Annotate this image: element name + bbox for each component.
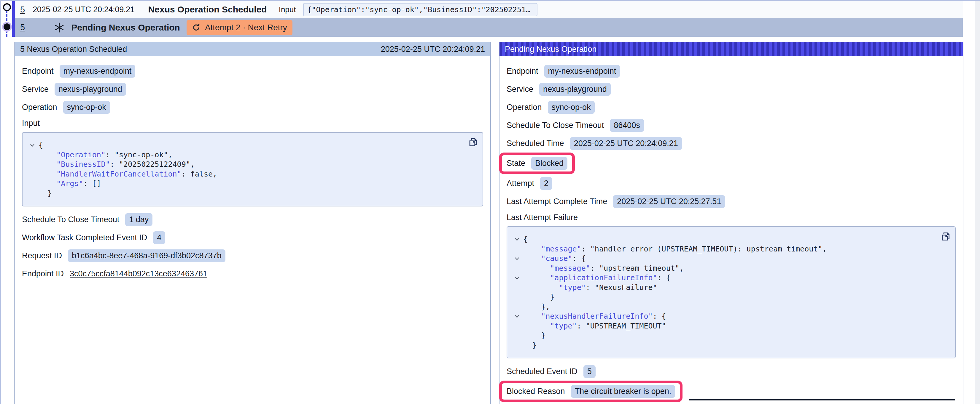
code-line: { — [26, 140, 462, 150]
event-row-scheduled[interactable]: 5 2025-02-25 UTC 20:24:09.21 Nexus Opera… — [14, 1, 963, 18]
event-id-link[interactable]: 5 — [20, 5, 25, 14]
highlight-annotation-state: StateBlocked — [499, 152, 575, 174]
field-label-workflow-task-completed-event-id: Workflow Task Completed Event ID — [22, 233, 147, 242]
event-timestamp: 2025-02-25 UTC 20:24:09.21 — [33, 5, 134, 14]
event-detail-header: 5 Nexus Operation Scheduled 2025-02-25 U… — [15, 42, 490, 56]
code-gutter — [511, 292, 523, 302]
field-value-state: Blocked — [531, 157, 567, 170]
code-gutter — [26, 170, 38, 179]
code-gutter — [26, 160, 38, 170]
field-value-last-attempt-complete-time: 2025-02-25 UTC 20:25:27.51 — [613, 195, 725, 208]
timeline-node-open-icon[interactable] — [3, 3, 11, 11]
code-gutter — [511, 341, 523, 350]
field-label-service: Service — [22, 85, 49, 94]
event-timeline-rail — [2, 1, 16, 38]
field-label-state: State — [507, 159, 525, 168]
code-line: } — [26, 189, 462, 198]
code-gutter — [511, 264, 523, 273]
code-line: } — [511, 331, 934, 341]
collapse-chevron-icon[interactable] — [26, 140, 38, 150]
field-label-scheduled-time: Scheduled Time — [507, 139, 564, 148]
pending-operation-panel: Pending Nexus Operation Endpointmy-nexus… — [499, 42, 963, 404]
field-value-blocked-reason: The circuit breaker is open. — [571, 385, 675, 398]
retry-badge: Attempt 2 · Next Retry — [186, 20, 293, 35]
field-value-endpoint-id[interactable]: 3c0c75ccfa8144b092c13ce632463761 — [70, 268, 207, 280]
pending-operation-header: Pending Nexus Operation — [500, 42, 963, 56]
collapse-chevron-icon[interactable] — [511, 312, 523, 322]
pending-event-title: Pending Nexus Operation — [71, 22, 180, 33]
event-detail-header-time: 2025-02-25 UTC 20:24:09.21 — [381, 45, 485, 54]
event-detail-body: Endpointmy-nexus-endpointServicenexus-pl… — [15, 56, 490, 280]
field-label-operation: Operation — [22, 103, 57, 112]
code-line: "message": "handler error (UPSTREAM_TIME… — [511, 244, 934, 254]
field-value-endpoint: my-nexus-endpoint — [544, 65, 620, 78]
field-row-schedule-to-close-timeout: Schedule To Close Timeout1 day — [22, 213, 483, 226]
field-label-input: Input — [22, 119, 483, 128]
field-row-endpoint: Endpointmy-nexus-endpoint — [22, 65, 483, 78]
event-id-link[interactable]: 5 — [20, 22, 25, 32]
field-label-service: Service — [507, 85, 533, 94]
field-row-service: Servicenexus-playground — [22, 82, 483, 96]
field-label-endpoint: Endpoint — [507, 67, 538, 76]
code-gutter — [511, 302, 523, 312]
field-value-operation: sync-op-ok — [63, 101, 110, 114]
field-value-scheduled-time: 2025-02-25 UTC 20:24:09.21 — [570, 137, 682, 150]
field-value-schedule-to-close-timeout: 1 day — [125, 213, 153, 226]
code-line: }, — [511, 302, 934, 312]
code-line: } — [511, 292, 934, 302]
json-viewer-input-json: { "Operation": "sync-op-ok", "BusinessID… — [22, 132, 483, 206]
event-rows: 5 2025-02-25 UTC 20:24:09.21 Nexus Opera… — [14, 1, 963, 37]
field-label-scheduled-event-id: Scheduled Event ID — [507, 367, 578, 376]
field-label-endpoint: Endpoint — [22, 67, 54, 76]
code-line: "BusinessID": "20250225122409", — [26, 160, 462, 170]
field-label-endpoint-id: Endpoint ID — [22, 269, 64, 279]
code-gutter — [26, 150, 38, 160]
copy-icon[interactable] — [468, 136, 479, 149]
event-history-detail-view: 5 2025-02-25 UTC 20:24:09.21 Nexus Opera… — [0, 0, 980, 404]
code-line: "Operation": "sync-op-ok", — [26, 150, 462, 160]
field-row-attempt: Attempt2 — [507, 177, 956, 190]
field-row-schedule-to-close-timeout: Schedule To Close Timeout86400s — [507, 119, 956, 132]
field-label-schedule-to-close-timeout: Schedule To Close Timeout — [507, 121, 604, 130]
field-value-request-id: b1c6a4bc-8ee7-468a-9169-df3b02c8737b — [68, 249, 225, 262]
code-line: "nexusHandlerFailureInfo": { — [511, 312, 934, 322]
retry-badge-label: Attempt 2 · Next Retry — [205, 23, 287, 32]
field-value-service: nexus-playground — [539, 83, 611, 96]
field-value-operation: sync-op-ok — [548, 101, 595, 114]
collapse-chevron-icon[interactable] — [511, 254, 523, 264]
code-line: { — [511, 234, 934, 244]
input-preview-chip[interactable]: {"Operation":"sync-op-ok","BusinessID":"… — [303, 3, 538, 16]
code-line: "cause": { — [511, 254, 934, 264]
code-gutter — [511, 244, 523, 254]
code-line: "type": "NexusFailure" — [511, 283, 934, 293]
field-label-last-attempt-complete-time: Last Attempt Complete Time — [507, 197, 607, 206]
field-row-blocked-reason: Blocked ReasonThe circuit breaker is ope… — [507, 380, 956, 402]
field-row-endpoint: Endpointmy-nexus-endpoint — [507, 65, 956, 78]
field-label-attempt: Attempt — [507, 179, 534, 188]
field-value-service: nexus-playground — [54, 83, 126, 96]
copy-icon[interactable] — [940, 230, 951, 243]
field-row-state: StateBlocked — [507, 152, 956, 174]
field-label-blocked-reason: Blocked Reason — [507, 387, 565, 396]
field-row-request-id: Request IDb1c6a4bc-8ee7-468a-9169-df3b02… — [22, 249, 483, 262]
collapse-chevron-icon[interactable] — [511, 234, 523, 244]
event-row-pending[interactable]: 5 Pending Nexus Operation Attempt 2 · Ne… — [14, 18, 963, 37]
field-label-schedule-to-close-timeout: Schedule To Close Timeout — [22, 215, 119, 224]
event-detail-header-title: 5 Nexus Operation Scheduled — [20, 45, 127, 54]
code-gutter — [511, 331, 523, 341]
collapse-chevron-icon[interactable] — [511, 273, 523, 283]
field-value-scheduled-event-id: 5 — [584, 365, 596, 378]
code-gutter — [511, 322, 523, 331]
pending-operation-body: Endpointmy-nexus-endpointServicenexus-pl… — [500, 56, 963, 402]
input-label: Input — [279, 5, 296, 14]
timeline-node-current-icon[interactable] — [3, 24, 10, 30]
field-value-schedule-to-close-timeout: 86400s — [610, 119, 644, 132]
json-viewer-failure-json: { "message": "handler error (UPSTREAM_TI… — [507, 226, 956, 358]
pending-asterisk-icon — [54, 22, 65, 33]
field-row-scheduled-time: Scheduled Time2025-02-25 UTC 20:24:09.21 — [507, 137, 956, 150]
field-value-workflow-task-completed-event-id: 4 — [153, 231, 165, 244]
event-title: Nexus Operation Scheduled — [148, 5, 267, 14]
field-row-operation: Operationsync-op-ok — [507, 101, 956, 114]
divider-line — [689, 399, 955, 401]
vertical-scrollbar[interactable] — [975, 1, 980, 404]
